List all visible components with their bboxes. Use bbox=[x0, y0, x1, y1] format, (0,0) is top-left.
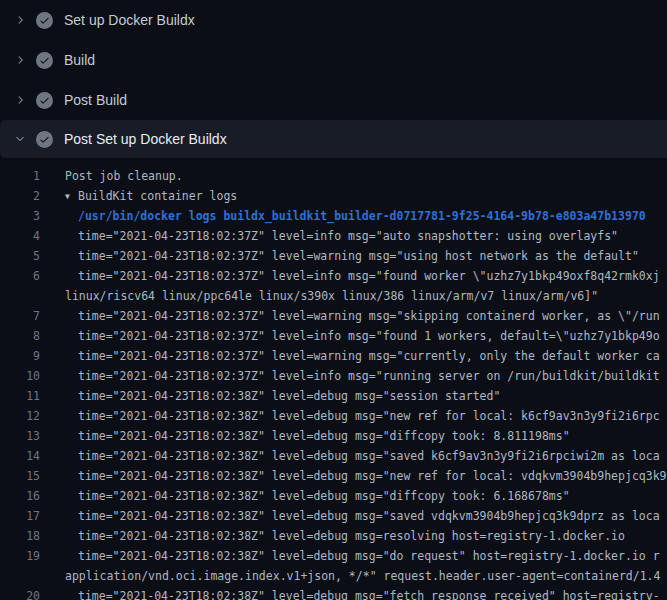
log-text: time="2021-04-23T18:02:37Z" level=info m… bbox=[40, 226, 618, 246]
log-text: time="2021-04-23T18:02:37Z" level=info m… bbox=[40, 266, 660, 286]
log-text: time="2021-04-23T18:02:38Z" level=debug … bbox=[40, 386, 500, 406]
log-text: time="2021-04-23T18:02:37Z" level=warnin… bbox=[40, 346, 660, 366]
log-row: 2▼BuildKit container logs bbox=[0, 186, 667, 206]
line-number[interactable]: 4 bbox=[0, 226, 40, 246]
line-number[interactable]: 6 bbox=[0, 266, 40, 286]
line-number[interactable]: 12 bbox=[0, 406, 40, 426]
step-header-post-set-up-docker-buildx[interactable]: Post Set up Docker Buildx bbox=[0, 120, 667, 158]
log-row: 4time="2021-04-23T18:02:37Z" level=info … bbox=[0, 226, 667, 246]
line-number[interactable]: 2 bbox=[0, 186, 40, 206]
line-number bbox=[0, 566, 40, 586]
line-number[interactable]: 1 bbox=[0, 166, 40, 186]
actions-log-viewer: Set up Docker BuildxBuildPost BuildPost … bbox=[0, 0, 667, 600]
line-number[interactable]: 15 bbox=[0, 466, 40, 486]
log-row: 8time="2021-04-23T18:02:37Z" level=info … bbox=[0, 326, 667, 346]
line-number[interactable]: 17 bbox=[0, 506, 40, 526]
chevron-right-icon bbox=[12, 12, 28, 28]
log-row: 7time="2021-04-23T18:02:37Z" level=warni… bbox=[0, 306, 667, 326]
log-text: time="2021-04-23T18:02:37Z" level=info m… bbox=[40, 366, 660, 386]
log-text: BuildKit container logs bbox=[78, 189, 237, 203]
log-row: linux/riscv64 linux/ppc64le linux/s390x … bbox=[0, 286, 667, 306]
step-header-set-up-docker-buildx[interactable]: Set up Docker Buildx bbox=[0, 0, 667, 40]
log-text: Post job cleanup. bbox=[40, 166, 183, 186]
line-number[interactable]: 18 bbox=[0, 526, 40, 546]
log-text: time="2021-04-23T18:02:38Z" level=debug … bbox=[40, 406, 660, 426]
log-row: 18time="2021-04-23T18:02:38Z" level=debu… bbox=[0, 526, 667, 546]
line-number bbox=[0, 286, 40, 306]
line-number[interactable]: 5 bbox=[0, 246, 40, 266]
check-circle-icon bbox=[36, 52, 53, 69]
line-number[interactable]: 13 bbox=[0, 426, 40, 446]
line-number[interactable]: 16 bbox=[0, 486, 40, 506]
log-text: time="2021-04-23T18:02:38Z" level=debug … bbox=[40, 426, 570, 446]
log-row: 14time="2021-04-23T18:02:38Z" level=debu… bbox=[0, 446, 667, 466]
check-circle-icon bbox=[36, 131, 53, 148]
log-text: time="2021-04-23T18:02:37Z" level=warnin… bbox=[40, 306, 660, 326]
step-label: Set up Docker Buildx bbox=[64, 12, 195, 28]
chevron-right-icon bbox=[12, 52, 28, 68]
line-number[interactable]: 19 bbox=[0, 546, 40, 566]
log-text: time="2021-04-23T18:02:38Z" level=debug … bbox=[40, 446, 660, 466]
step-label: Post Set up Docker Buildx bbox=[64, 131, 227, 147]
log-text: time="2021-04-23T18:02:38Z" level=debug … bbox=[40, 526, 625, 546]
line-number[interactable]: 10 bbox=[0, 366, 40, 386]
log-text: time="2021-04-23T18:02:38Z" level=debug … bbox=[40, 586, 660, 600]
log-row: 9time="2021-04-23T18:02:37Z" level=warni… bbox=[0, 346, 667, 366]
step-header-build[interactable]: Build bbox=[0, 40, 667, 80]
chevron-down-icon bbox=[12, 131, 28, 147]
log-row: 13time="2021-04-23T18:02:38Z" level=debu… bbox=[0, 426, 667, 446]
log-text: application/vnd.oci.image.index.v1+json,… bbox=[40, 566, 660, 586]
log-row: 11time="2021-04-23T18:02:38Z" level=debu… bbox=[0, 386, 667, 406]
log-text: time="2021-04-23T18:02:38Z" level=debug … bbox=[40, 506, 660, 526]
log-text: time="2021-04-23T18:02:38Z" level=debug … bbox=[40, 486, 570, 506]
step-header-post-build[interactable]: Post Build bbox=[0, 80, 667, 120]
line-number[interactable]: 8 bbox=[0, 326, 40, 346]
group-expanded-triangle-icon: ▼ bbox=[65, 187, 78, 207]
line-number[interactable]: 20 bbox=[0, 586, 40, 600]
log-lines: 1Post job cleanup.2▼BuildKit container l… bbox=[0, 158, 667, 600]
step-label: Post Build bbox=[64, 92, 127, 108]
line-number[interactable]: 3 bbox=[0, 206, 40, 226]
log-row: 5time="2021-04-23T18:02:37Z" level=warni… bbox=[0, 246, 667, 266]
line-number[interactable]: 14 bbox=[0, 446, 40, 466]
log-text: time="2021-04-23T18:02:38Z" level=debug … bbox=[40, 546, 660, 566]
log-row: 12time="2021-04-23T18:02:38Z" level=debu… bbox=[0, 406, 667, 426]
log-text: linux/riscv64 linux/ppc64le linux/s390x … bbox=[40, 286, 598, 306]
log-command-text: /usr/bin/docker logs buildx_buildkit_bui… bbox=[40, 206, 646, 226]
check-circle-icon bbox=[36, 92, 53, 109]
log-row: 16time="2021-04-23T18:02:38Z" level=debu… bbox=[0, 486, 667, 506]
log-row: 19time="2021-04-23T18:02:38Z" level=debu… bbox=[0, 546, 667, 566]
line-number[interactable]: 9 bbox=[0, 346, 40, 366]
chevron-right-icon bbox=[12, 92, 28, 108]
log-text: time="2021-04-23T18:02:37Z" level=info m… bbox=[40, 326, 660, 346]
line-number[interactable]: 11 bbox=[0, 386, 40, 406]
steps-list: Set up Docker BuildxBuildPost BuildPost … bbox=[0, 0, 667, 158]
log-row: 20time="2021-04-23T18:02:38Z" level=debu… bbox=[0, 586, 667, 600]
step-label: Build bbox=[64, 52, 95, 68]
log-text: time="2021-04-23T18:02:38Z" level=debug … bbox=[40, 466, 667, 486]
check-circle-icon bbox=[36, 12, 53, 29]
log-row: 10time="2021-04-23T18:02:37Z" level=info… bbox=[0, 366, 667, 386]
log-row: 17time="2021-04-23T18:02:38Z" level=debu… bbox=[0, 506, 667, 526]
log-row: 3/usr/bin/docker logs buildx_buildkit_bu… bbox=[0, 206, 667, 226]
log-row: application/vnd.oci.image.index.v1+json,… bbox=[0, 566, 667, 586]
log-text: time="2021-04-23T18:02:37Z" level=warnin… bbox=[40, 246, 639, 266]
log-group-toggle[interactable]: ▼BuildKit container logs bbox=[40, 186, 237, 206]
log-row: 6time="2021-04-23T18:02:37Z" level=info … bbox=[0, 266, 667, 286]
line-number[interactable]: 7 bbox=[0, 306, 40, 326]
log-row: 1Post job cleanup. bbox=[0, 166, 667, 186]
log-row: 15time="2021-04-23T18:02:38Z" level=debu… bbox=[0, 466, 667, 486]
